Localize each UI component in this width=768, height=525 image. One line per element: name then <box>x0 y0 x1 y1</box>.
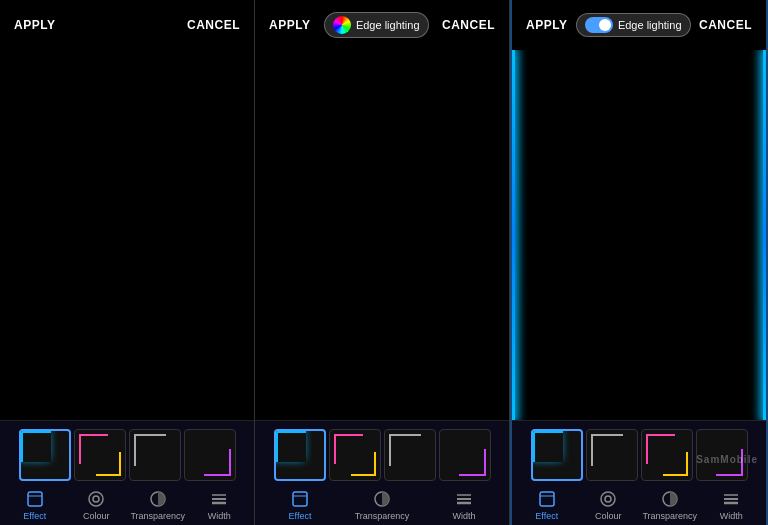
edge-lighting-badge-3[interactable]: Edge lighting <box>576 13 691 37</box>
tab-transparency-2[interactable]: Transparency <box>341 489 423 521</box>
svg-point-13 <box>601 492 615 506</box>
phone-panel-2: APPLY Edge lighting CANCEL <box>255 0 510 525</box>
tab-width-1[interactable]: Width <box>189 489 251 521</box>
badge-label-2: Edge lighting <box>356 19 420 31</box>
transparency-icon-3 <box>660 489 680 509</box>
apply-button-2[interactable]: APPLY <box>269 18 310 32</box>
toggle-icon-3[interactable] <box>585 17 613 33</box>
cancel-button-3[interactable]: CANCEL <box>699 18 752 32</box>
apply-button-1[interactable]: APPLY <box>14 18 55 32</box>
thumb-2-4[interactable] <box>439 429 491 481</box>
color-circle-icon-2 <box>333 16 351 34</box>
tab-width-3[interactable]: Width <box>701 489 763 521</box>
effect-icon-2 <box>290 489 310 509</box>
svg-rect-0 <box>28 492 42 506</box>
tab-row-3: Effect Colour Transparen <box>516 487 762 521</box>
transparency-icon-2 <box>372 489 392 509</box>
tab-transparency-3[interactable]: Transparency <box>639 489 701 521</box>
tab-label-effect-2: Effect <box>289 511 312 521</box>
width-icon-2 <box>454 489 474 509</box>
tab-effect-2[interactable]: Effect <box>259 489 341 521</box>
colour-icon-1 <box>86 489 106 509</box>
badge-label-3: Edge lighting <box>618 19 682 31</box>
screen-area-2 <box>255 50 509 420</box>
tab-row-2: Effect Transparency <box>259 487 505 521</box>
edge-glow-left-3 <box>512 50 515 420</box>
tab-label-transparency-3: Transparency <box>642 511 697 521</box>
effect-icon-1 <box>25 489 45 509</box>
phone-panel-3: APPLY Edge lighting CANCEL <box>510 0 768 525</box>
thumb-1-3[interactable] <box>129 429 181 481</box>
thumb-2-1[interactable] <box>274 429 326 481</box>
panel-1-header: APPLY CANCEL <box>0 0 254 50</box>
tab-label-effect-1: Effect <box>23 511 46 521</box>
svg-point-2 <box>93 496 99 502</box>
tab-colour-3[interactable]: Colour <box>578 489 640 521</box>
svg-rect-7 <box>293 492 307 506</box>
tab-label-effect-3: Effect <box>535 511 558 521</box>
screen-area-1 <box>0 50 254 420</box>
tab-width-2[interactable]: Width <box>423 489 505 521</box>
panel-2-header: APPLY Edge lighting CANCEL <box>255 0 509 50</box>
tab-colour-1[interactable]: Colour <box>66 489 128 521</box>
tab-transparency-1[interactable]: Transparency <box>127 489 189 521</box>
tab-label-transparency-1: Transparency <box>130 511 185 521</box>
effect-icon-3 <box>537 489 557 509</box>
svg-rect-12 <box>540 492 554 506</box>
bottom-toolbar-3: Effect Colour Transparen <box>512 420 766 525</box>
cancel-button-1[interactable]: CANCEL <box>187 18 240 32</box>
svg-point-14 <box>605 496 611 502</box>
watermark: SamMobile <box>696 454 758 465</box>
thumb-1-1[interactable] <box>19 429 71 481</box>
tab-label-width-1: Width <box>208 511 231 521</box>
thumb-1-2[interactable] <box>74 429 126 481</box>
bottom-toolbar-1: Effect Colour Transparen <box>0 420 254 525</box>
thumb-3-2[interactable] <box>586 429 638 481</box>
tab-label-transparency-2: Transparency <box>355 511 410 521</box>
tab-effect-1[interactable]: Effect <box>4 489 66 521</box>
cancel-button-2[interactable]: CANCEL <box>442 18 495 32</box>
thumbnail-row-2 <box>259 429 505 481</box>
tab-label-colour-3: Colour <box>595 511 622 521</box>
edge-lighting-badge-2[interactable]: Edge lighting <box>324 12 429 38</box>
svg-point-1 <box>89 492 103 506</box>
width-icon-3 <box>721 489 741 509</box>
tab-label-width-2: Width <box>452 511 475 521</box>
thumbnail-row-1 <box>4 429 250 481</box>
thumb-1-4[interactable] <box>184 429 236 481</box>
thumb-2-3[interactable] <box>384 429 436 481</box>
edge-glow-right-3 <box>763 50 766 420</box>
thumb-2-2[interactable] <box>329 429 381 481</box>
thumb-3-1[interactable] <box>531 429 583 481</box>
apply-button-3[interactable]: APPLY <box>526 18 567 32</box>
width-icon-1 <box>209 489 229 509</box>
tab-effect-3[interactable]: Effect <box>516 489 578 521</box>
thumb-3-3[interactable] <box>641 429 693 481</box>
phone-panel-1: APPLY CANCEL <box>0 0 255 525</box>
transparency-icon-1 <box>148 489 168 509</box>
tab-label-width-3: Width <box>720 511 743 521</box>
colour-icon-3 <box>598 489 618 509</box>
tab-row-1: Effect Colour Transparen <box>4 487 250 521</box>
screen-area-3 <box>512 50 766 420</box>
bottom-toolbar-2: Effect Transparency <box>255 420 509 525</box>
panel-3-header: APPLY Edge lighting CANCEL <box>512 0 766 50</box>
tab-label-colour-1: Colour <box>83 511 110 521</box>
